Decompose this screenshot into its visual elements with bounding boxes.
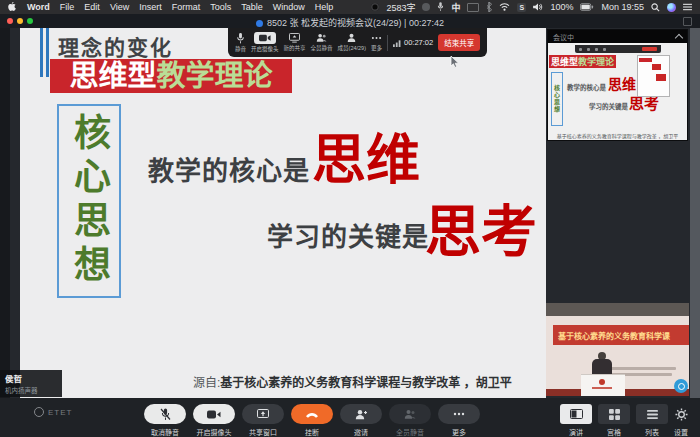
app-status-icon[interactable] (422, 3, 430, 11)
menu-format[interactable]: Format (172, 2, 201, 12)
menu-tools[interactable]: Tools (210, 2, 231, 12)
hangup-phone-icon (305, 411, 319, 418)
audio-indicator-badge[interactable] (674, 379, 688, 393)
preview-title: 会议中 (553, 32, 574, 42)
core-idea-box: 核心思想 (57, 104, 121, 298)
camera-icon (254, 32, 276, 44)
nested-preview (637, 55, 670, 97)
ellipsis-icon (453, 412, 465, 416)
siri-icon[interactable] (667, 3, 676, 12)
menu-file[interactable]: File (60, 2, 75, 12)
brand-text: ETET (48, 408, 72, 417)
word-count: 2583字 (386, 1, 415, 14)
mic-icon (236, 33, 245, 44)
gear-icon (675, 408, 688, 421)
preview-titlebar: 会议中 (548, 30, 687, 43)
invite-person-icon (355, 409, 367, 420)
camera-icon (207, 410, 221, 419)
core-idea-text: 核心思想 (71, 113, 108, 289)
slide-line2-prefix: 学习的关键是 (267, 216, 429, 253)
toolbar-divider (387, 35, 388, 51)
mute-all-icon (316, 33, 327, 43)
mini-share-toolbar (575, 45, 661, 53)
audio-device-label: 机内扬声器 (5, 385, 57, 395)
share-preview-window[interactable]: 会议中 思维型教学理论 核心思想 教学的核心是 思维 学习的关键是 思考 基于核… (548, 30, 687, 140)
collapse-chevron-icon[interactable] (675, 33, 683, 41)
hangup-button[interactable]: 挂断 (288, 404, 336, 437)
more-button-top[interactable]: 更多 (371, 33, 382, 52)
speaker-name: 侯哲 (5, 372, 57, 384)
slide-source: 源自:基于核心素养的义务教育科学课程与教学改革 ，胡卫平 (193, 373, 512, 390)
fullscreen-toggle-icon[interactable] (683, 17, 692, 26)
source-label: 源自: (193, 376, 220, 390)
mini-source-line: 基于核心素养的义务教育科学课程与教学改革 ，胡卫平 (550, 132, 685, 139)
mini-line1-highlight: 思维 (608, 73, 636, 93)
battery-icon[interactable] (580, 3, 594, 11)
spotlight-search-icon[interactable] (651, 3, 660, 12)
list-view-icon (647, 410, 658, 419)
meeting-protect-icon (256, 20, 263, 27)
macos-menubar: Word File Edit View Insert Format Tools … (0, 0, 700, 14)
ime-indicator[interactable]: 中 (451, 1, 460, 14)
grid-view-icon (609, 409, 620, 420)
banner-text-green: 教学理论 (157, 59, 273, 93)
keyboard-icon[interactable] (467, 3, 479, 12)
active-speaker-overlay: 侯哲 机内扬声器 (0, 370, 62, 397)
slide-banner: 思维型教学理论 (50, 59, 292, 93)
speaker-view-toggle[interactable]: 演讲 (558, 404, 594, 437)
wifi-icon[interactable] (499, 3, 510, 11)
start-video-button[interactable]: 开启摄像头 (190, 404, 238, 437)
mute-all-button-bottom[interactable]: 全员静音 (386, 404, 434, 437)
volume-icon[interactable] (533, 3, 543, 11)
share-window-button[interactable]: 共享窗口 (239, 404, 287, 437)
app-brand: ETET (34, 407, 72, 417)
notification-dot-icon[interactable] (371, 3, 379, 11)
podium-logo-text (592, 387, 612, 389)
banner-text-white: 思维型 (69, 59, 156, 93)
end-share-button[interactable]: 结束共享 (438, 34, 480, 51)
remote-video-thumbnail[interactable]: 基于核心素养的义务教育科学课 (546, 303, 689, 396)
mouse-cursor (450, 55, 460, 73)
menu-window[interactable]: Window (273, 2, 305, 12)
share-screen-icon (257, 409, 269, 420)
start-camera-button[interactable]: 开启摄像头 (251, 32, 279, 53)
menu-table[interactable]: Table (241, 2, 263, 12)
left-edge-strip (0, 28, 10, 398)
screen: Word File Edit View Insert Format Tools … (0, 0, 700, 437)
slide-line1-highlight: 思维 (312, 116, 420, 195)
slide-accent-bars (40, 28, 49, 77)
list-view-toggle[interactable]: 列表 (634, 404, 670, 437)
gallery-view-toggle[interactable]: 宫格 (596, 404, 632, 437)
battery-percent: 100% (550, 2, 573, 12)
unmute-button[interactable]: 取消静音 (141, 404, 189, 437)
menu-edit[interactable]: Edit (84, 2, 100, 12)
slide-heading: 理念的变化 (58, 31, 173, 61)
dictation-mic-icon[interactable] (437, 2, 444, 12)
members-button[interactable]: 成员(24/29) (338, 33, 366, 52)
menubar-clock[interactable]: Mon 19:55 (601, 2, 644, 12)
mute-all-button[interactable]: 全员静音 (311, 33, 333, 52)
mini-line1-prefix: 教学的核心是 (567, 82, 606, 92)
menu-view[interactable]: View (110, 2, 129, 12)
fine-print-line (602, 367, 676, 370)
input-app-icon[interactable]: S (517, 3, 526, 12)
notification-center-icon[interactable] (683, 3, 692, 11)
settings-button[interactable]: 设置 (666, 404, 696, 437)
slide-line1-prefix: 教学的核心是 (148, 150, 310, 187)
menu-app-name[interactable]: Word (27, 2, 50, 12)
member-icon (347, 33, 356, 43)
new-share-button[interactable]: 新的共享 (284, 33, 306, 52)
mini-line2-prefix: 学习的关键是 (589, 101, 628, 111)
more-button-bottom[interactable]: 更多 (435, 404, 483, 437)
menu-help[interactable]: Help (315, 2, 334, 12)
invite-button[interactable]: 邀请 (337, 404, 385, 437)
share-screen-icon (289, 33, 300, 43)
mute-button[interactable]: 静音 (235, 33, 246, 53)
bluetooth-icon[interactable] (486, 2, 492, 12)
menu-insert[interactable]: Insert (139, 2, 162, 12)
mini-end-share-button (642, 47, 657, 51)
shared-screen-slide: 理念的变化 思维型教学理论 核心思想 教学的核心是 思维 学习的关键是 思考 源… (20, 28, 546, 398)
slide-line2-highlight: 思考 (425, 186, 537, 267)
menubar-status: 2583字 中 S 100% Mon 19:55 (371, 1, 692, 14)
signal-icon (393, 39, 401, 47)
